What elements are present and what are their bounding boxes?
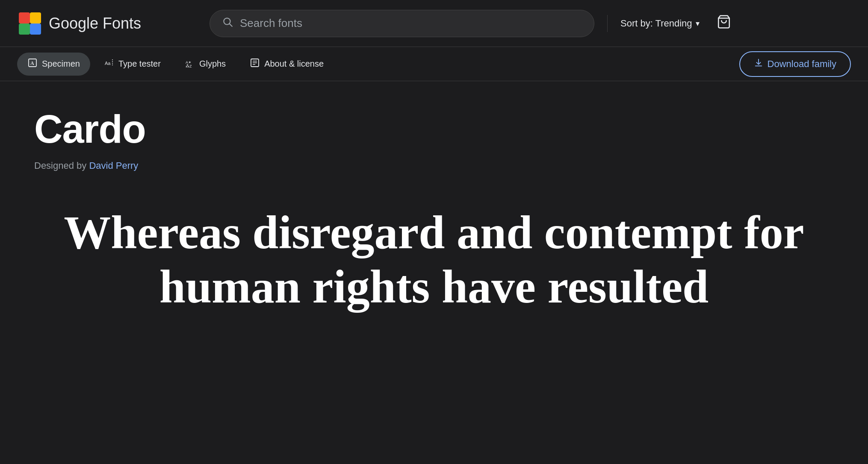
about-icon	[250, 58, 260, 70]
svg-text:A: A	[30, 60, 34, 66]
download-icon	[754, 58, 763, 70]
sort-label: Sort by: Trending	[620, 18, 692, 29]
designed-by-text: Designed by	[34, 160, 89, 171]
tab-glyphs-label: Glyphs	[199, 59, 226, 69]
glyphs-icon: A✶ ⁂Z	[185, 58, 195, 70]
type-tester-icon: Aa	[104, 58, 114, 70]
sort-button[interactable]: Sort by: Trending ▾	[620, 18, 700, 29]
logo-area: Google Fonts	[17, 11, 197, 36]
svg-line-5	[230, 24, 232, 26]
svg-rect-3	[30, 23, 41, 35]
chevron-down-icon: ▾	[696, 19, 700, 28]
shopping-bag-icon	[717, 15, 731, 29]
header-divider	[607, 15, 608, 32]
cart-button[interactable]	[713, 11, 735, 36]
search-icon	[222, 16, 233, 30]
tab-glyphs[interactable]: A✶ ⁂Z Glyphs	[174, 53, 236, 76]
specimen-icon: A	[27, 58, 38, 70]
tab-specimen[interactable]: A Specimen	[17, 53, 90, 76]
tab-type-tester[interactable]: Aa Type tester	[94, 53, 171, 76]
tab-items: A Specimen Aa Type tester A✶ ⁂Z Glyphs	[17, 53, 739, 76]
svg-rect-1	[30, 12, 41, 23]
google-logo-icon	[17, 11, 43, 36]
download-family-label: Download family	[768, 59, 836, 70]
specimen-text: Whereas disregard and contempt for human…	[34, 206, 834, 314]
svg-text:⁂Z: ⁂Z	[186, 64, 192, 68]
search-input[interactable]	[240, 17, 582, 30]
tab-bar: A Specimen Aa Type tester A✶ ⁂Z Glyphs	[0, 47, 868, 81]
main-content: Cardo Designed by David Perry Whereas di…	[0, 81, 868, 314]
font-name: Cardo	[34, 107, 834, 152]
designer-line: Designed by David Perry	[34, 160, 834, 171]
tab-about-label: About & license	[264, 59, 324, 69]
tab-type-tester-label: Type tester	[118, 59, 161, 69]
designer-link[interactable]: David Perry	[89, 160, 138, 171]
svg-rect-2	[19, 23, 30, 35]
logo-text: Google Fonts	[49, 15, 141, 32]
header: Google Fonts Sort by: Trending ▾	[0, 0, 868, 47]
download-family-button[interactable]: Download family	[739, 51, 851, 77]
tab-about[interactable]: About & license	[239, 53, 334, 76]
search-bar[interactable]	[210, 10, 594, 37]
header-right: Sort by: Trending ▾	[620, 11, 735, 36]
svg-rect-0	[19, 12, 30, 23]
svg-text:Aa: Aa	[105, 61, 111, 66]
tab-specimen-label: Specimen	[42, 59, 80, 69]
